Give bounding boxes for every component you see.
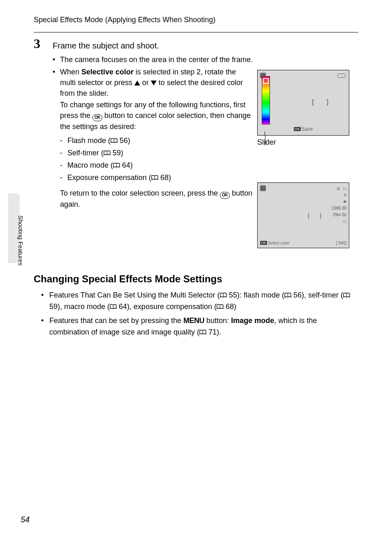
page-ref: 68 [160, 173, 168, 182]
status-indicators: ◎ ▭ ☿ ❀ 1080 30 29m 0s ▭ [332, 185, 346, 225]
section-heading: Changing Special Effects Mode Settings [34, 273, 222, 285]
text-fragment: ) [128, 136, 130, 145]
ok-glyph-icon: OK [294, 127, 301, 131]
page-ref: 64 [122, 161, 130, 169]
section-tab-label: Shooting Features [17, 215, 24, 266]
down-triangle-icon [151, 81, 157, 85]
page-ref: 64 [119, 302, 127, 311]
text-fragment: ). [217, 328, 221, 336]
movie-res: 1080 30 [332, 205, 346, 212]
text-fragment: ) [130, 161, 133, 169]
page-ref-icon [111, 138, 118, 143]
step-title: Frame the subject and shoot. [53, 41, 159, 51]
page-ref-icon [284, 293, 291, 298]
save-label-row: OKSave [258, 126, 349, 132]
text-fragment: or [140, 78, 151, 87]
ok-button-icon: OK [220, 192, 230, 199]
focus-brackets-icon: [ ] [311, 98, 333, 106]
camera-screen-shoot: [ ] ◎ ▭ ☿ ❀ 1080 30 29m 0s ▭ OKSelect co… [257, 182, 349, 248]
text-fragment: ) [121, 149, 123, 157]
page-ref: 55 [229, 291, 237, 299]
mode-icon: ☿ [332, 192, 346, 198]
page-ref-icon [217, 304, 224, 309]
page-ref-icon [199, 330, 206, 335]
movie-time: 29m 0s [332, 212, 346, 218]
step-number: 3 [34, 36, 40, 51]
ok-glyph-icon: OK [260, 241, 267, 245]
selective-color-bold: Selective color [81, 68, 134, 76]
color-slider [262, 76, 270, 125]
page-ref-icon [104, 150, 111, 156]
page-ref: 71 [208, 328, 217, 336]
text-fragment: Macro mode ( [67, 161, 113, 169]
text-fragment: To return to the color selection screen,… [60, 189, 220, 197]
page-ref: 59 [49, 302, 58, 311]
page-ref: 56 [120, 136, 128, 145]
save-label: Save [302, 126, 313, 132]
page-ref-icon [110, 304, 117, 309]
text-fragment: ), self-timer ( [302, 291, 343, 299]
bullet-item: Features That Can Be Set Using the Multi… [41, 289, 357, 312]
page-ref-icon [151, 175, 158, 180]
page-ref-icon [343, 293, 350, 298]
text-fragment: ) [234, 302, 236, 311]
dash-item: Self-timer ( 59) [60, 147, 253, 159]
bullet-item: The camera focuses on the area in the ce… [53, 54, 357, 65]
focus-brackets-icon: [ ] [307, 212, 325, 219]
page-ref: 68 [226, 302, 234, 311]
up-triangle-icon [134, 81, 140, 85]
text-fragment: ): flash mode ( [237, 291, 284, 299]
bullet-item: When Selective color is selected in step… [53, 67, 253, 210]
page-ref-icon [220, 293, 227, 298]
image-mode-bold: Image mode [231, 316, 274, 325]
ok-button-icon: OK [92, 114, 102, 121]
page-number: 54 [21, 515, 30, 524]
text-fragment: Self-timer ( [67, 149, 104, 157]
dash-item: Macro mode ( 64) [60, 159, 253, 171]
mode-indicator-icon [260, 185, 266, 191]
select-color-label: Select color [268, 241, 289, 245]
menu-button-label: MENU [183, 316, 204, 325]
camera-screen-slider: [ ] OKSave [257, 70, 349, 136]
text-fragment: Features That Can Be Set Using the Multi… [49, 291, 220, 299]
page-ref: 59 [113, 149, 121, 157]
page-ref-icon [113, 163, 120, 168]
text-fragment: When [60, 68, 81, 76]
text-fragment: Features that can be set by pressing the [49, 316, 183, 325]
bullet-item: Features that can be set by pressing the… [41, 315, 357, 338]
header-rule [34, 32, 358, 32]
slider-knob-icon [263, 78, 269, 84]
self-timer-icon: ◎ ▭ [332, 185, 346, 192]
text-fragment: Exposure compensation ( [67, 173, 151, 182]
text-fragment: button: [204, 316, 231, 325]
exposure-count: [ 840] [336, 241, 346, 245]
macro-icon: ❀ [332, 198, 346, 205]
slider-caption: Slider [257, 138, 276, 147]
text-fragment: ) [168, 173, 171, 182]
text-fragment: ), macro mode ( [58, 302, 110, 311]
zoom-indicator-icon [337, 74, 346, 78]
page-section-header: Special Effects Mode (Applying Effects W… [34, 16, 358, 24]
text-fragment: ), exposure compensation ( [127, 302, 217, 311]
dash-item: Exposure compensation ( 68) [60, 171, 253, 184]
page-ref: 56 [293, 291, 302, 299]
image-size-icon: ▭ [332, 218, 346, 225]
dash-item: Flash mode ( 56) [60, 134, 253, 147]
bullet-text: The camera focuses on the area in the ce… [60, 55, 253, 64]
text-fragment: Flash mode ( [67, 136, 111, 145]
